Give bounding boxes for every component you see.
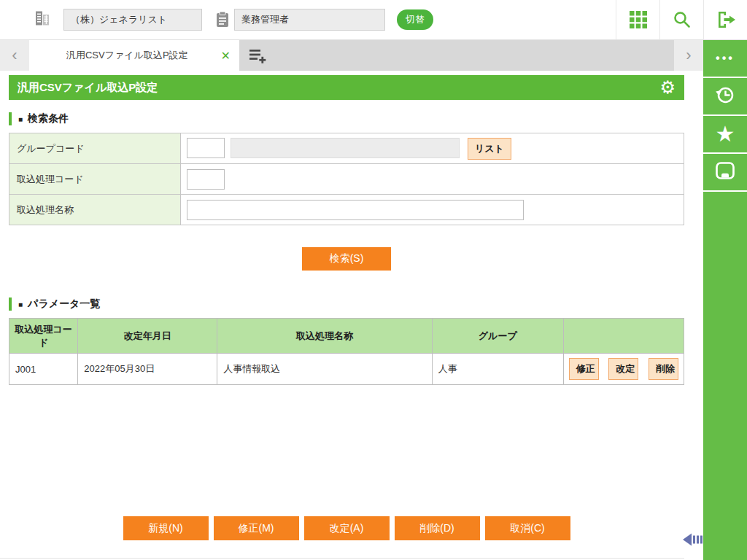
delete-button[interactable]: 削除(D) [395,516,480,540]
chevron-right-icon[interactable]: › [674,40,703,71]
row-revise-button[interactable]: 改定 [608,358,638,380]
cell-revision-date: 2022年05月30日 [78,354,217,385]
search-form-table: グループコード リスト 取込処理コード 取込処理名称 [9,133,684,225]
section-search-conditions: ■ 検索条件 [9,112,684,125]
tab-title: 汎用CSVファイル取込P設定 [39,49,215,62]
switch-button[interactable]: 切替 [397,9,433,30]
collapse-panel-arrow-icon[interactable] [683,532,703,551]
top-bar-left: 切替 [0,9,433,31]
import-name-field [181,195,684,225]
parameter-table-header: 取込処理コード 改定年月日 取込処理名称 グループ [9,319,684,354]
gear-icon[interactable]: ⚙ [659,79,676,96]
logout-icon[interactable] [703,0,747,39]
cell-actions: 修正 改定 削除 [563,354,684,385]
page-header: 汎用CSVファイル取込P設定 ⚙ [9,75,684,100]
apps-grid-icon[interactable] [616,0,659,39]
clipboard-icon [215,11,230,28]
form-row-import-name: 取込処理名称 [9,195,684,225]
import-name-input[interactable] [187,200,524,220]
group-code-label: グループコード [9,133,181,164]
group-code-field: リスト [181,133,684,164]
close-icon[interactable]: ✕ [221,49,231,63]
new-button[interactable]: 新規(N) [123,516,209,540]
header-import-name: 取込処理名称 [217,319,432,354]
history-button[interactable] [703,78,747,116]
cell-import-code: J001 [9,354,78,385]
more-menu-button[interactable]: ••• [703,40,747,78]
section-title: パラメータ一覧 [28,298,100,311]
import-code-input[interactable] [187,169,225,190]
list-button[interactable]: リスト [468,138,511,160]
building-icon [34,9,51,30]
search-button[interactable]: 検索(S) [302,247,391,271]
bottom-divider [0,558,684,559]
table-row: J001 2022年05月30日 人事情報取込 人事 修正 改定 削除 [9,354,684,385]
content: 汎用CSVファイル取込P設定 ⚙ ■ 検索条件 グループコード リスト 取込処理… [0,71,703,560]
edit-button[interactable]: 修正(M) [214,516,299,540]
add-tab-icon[interactable] [239,40,276,71]
ellipsis-icon: ••• [716,52,735,65]
role-input[interactable] [234,9,385,31]
cancel-button[interactable]: 取消(C) [485,516,570,540]
top-bar: 切替 [0,0,747,40]
right-sidebar: ••• ★ [703,40,747,560]
top-bar-actions [616,0,747,39]
page-title: 汎用CSVファイル取込P設定 [18,81,659,95]
tab-bar-spacer [276,40,674,71]
import-name-label: 取込処理名称 [9,195,181,225]
search-icon[interactable] [659,0,703,39]
header-revision-date: 改定年月日 [78,319,217,354]
form-row-group-code: グループコード リスト [9,133,684,164]
memo-button[interactable] [703,154,747,192]
group-name-display [231,138,460,158]
row-delete-button[interactable]: 削除 [649,358,678,380]
company-input[interactable] [63,9,202,31]
parameter-table: 取込処理コード 改定年月日 取込処理名称 グループ J001 2022年05月3… [9,318,684,385]
header-actions [563,319,684,354]
revise-button[interactable]: 改定(A) [304,516,390,540]
tab-bar: ‹ 汎用CSVファイル取込P設定 ✕ › [0,40,703,71]
form-row-import-code: 取込処理コード [9,164,684,195]
main-area: 汎用CSVファイル取込P設定 ⚙ ■ 検索条件 グループコード リスト 取込処理… [0,71,703,560]
favorites-button[interactable]: ★ [703,116,747,154]
footer-buttons: 新規(N) 修正(M) 改定(A) 削除(D) 取消(C) [9,516,684,540]
tray-icon [714,160,736,184]
section-marker: ■ [18,115,23,123]
section-marker: ■ [18,300,23,308]
section-parameter-list: ■ パラメータ一覧 [9,298,684,311]
cell-import-name: 人事情報取込 [217,354,432,385]
search-button-row: 検索(S) [9,247,684,271]
star-icon: ★ [716,123,735,145]
import-code-label: 取込処理コード [9,164,181,195]
row-edit-button[interactable]: 修正 [569,358,599,380]
cell-group: 人事 [432,354,563,385]
section-title: 検索条件 [28,112,69,125]
header-group: グループ [432,319,563,354]
group-code-input[interactable] [187,138,225,158]
history-icon [714,84,736,109]
header-import-code: 取込処理コード [9,319,78,354]
tab-active[interactable]: 汎用CSVファイル取込P設定 ✕ [29,40,239,71]
import-code-field [181,164,684,195]
chevron-left-icon[interactable]: ‹ [0,40,29,71]
